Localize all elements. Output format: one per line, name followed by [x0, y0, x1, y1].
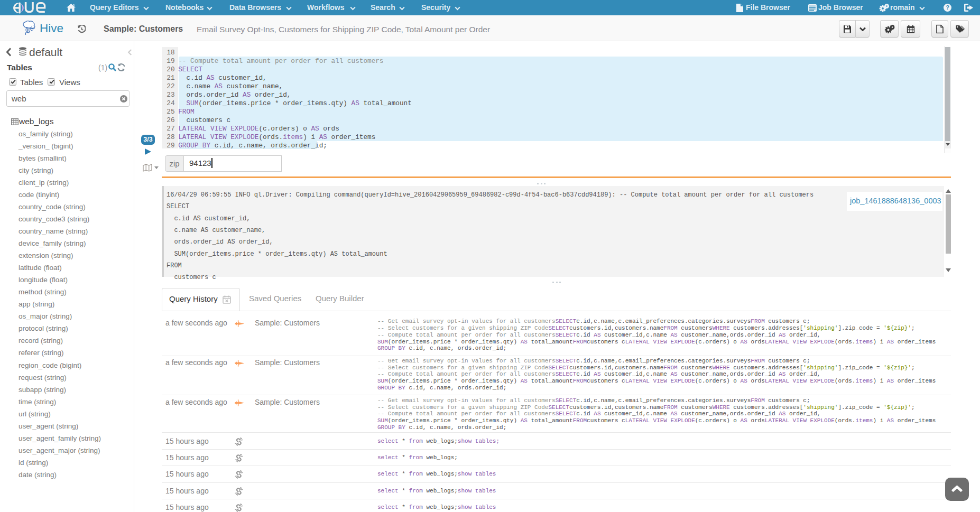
svg-text:?: ?	[946, 4, 949, 11]
